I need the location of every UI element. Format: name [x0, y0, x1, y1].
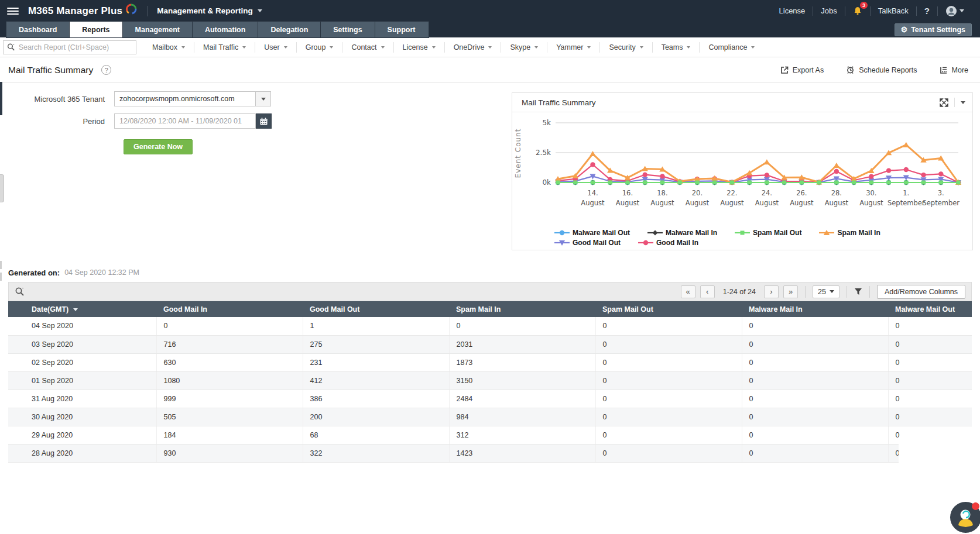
- report-help-icon[interactable]: ?: [101, 65, 111, 75]
- svg-text:22.: 22.: [727, 189, 737, 197]
- context-label: Management & Reporting: [157, 6, 253, 15]
- menu-security[interactable]: Security: [599, 42, 652, 53]
- tenant-settings-button[interactable]: ⚙ Tenant Settings: [895, 23, 972, 36]
- menu-yammer[interactable]: Yammer: [547, 42, 599, 53]
- export-as-button[interactable]: Export As: [780, 66, 824, 74]
- schedule-reports-button[interactable]: Schedule Reports: [846, 66, 917, 74]
- left-edge-tick: [0, 273, 2, 281]
- add-remove-columns-button[interactable]: Add/Remove Columns: [877, 285, 965, 299]
- pagination-last-button[interactable]: »: [783, 285, 798, 298]
- tab-delegation[interactable]: Delegation: [258, 22, 321, 37]
- menu-teams[interactable]: Teams: [652, 42, 700, 53]
- notification-badge: 3: [860, 2, 868, 9]
- menu-onedrive[interactable]: OneDrive: [444, 42, 501, 53]
- svg-text:5k: 5k: [542, 119, 551, 127]
- table-row[interactable]: 01 Sep 202010804123150000: [8, 371, 972, 390]
- period-input[interactable]: 12/08/2020 12:00 AM - 11/09/2020 01: [114, 113, 256, 129]
- pagination-prev-button[interactable]: ‹: [700, 285, 715, 298]
- caret-down-icon: [284, 46, 287, 49]
- svg-text:1.: 1.: [903, 189, 909, 197]
- pagination-first-button[interactable]: «: [681, 285, 695, 298]
- report-subnav: MailboxMail TrafficUserGroupContactLicen…: [0, 37, 980, 57]
- report-search[interactable]: [3, 40, 136, 54]
- app-title: M365 Manager Plus: [28, 5, 122, 17]
- legend-item-malware-mail-in[interactable]: Malware Mail In: [647, 229, 717, 237]
- table-row[interactable]: 29 Aug 202018468312000: [8, 426, 972, 444]
- more-button[interactable]: More: [940, 66, 968, 74]
- app-logo: M365 Manager Plus: [28, 5, 138, 17]
- logo-swoosh-icon: [124, 2, 138, 16]
- menu-user[interactable]: User: [255, 42, 296, 53]
- legend-item-good-mail-in[interactable]: Good Mail In: [638, 239, 698, 247]
- tab-automation[interactable]: Automation: [193, 22, 258, 37]
- table-body: 04 Sep 202001000003 Sep 2020716275203100…: [8, 317, 972, 462]
- caret-down-icon: [330, 46, 333, 49]
- column-header-malware-mail-out[interactable]: Malware Mail Out: [888, 301, 972, 317]
- context-switcher[interactable]: Management & Reporting: [157, 6, 262, 15]
- table-row[interactable]: 03 Sep 20207162752031000: [8, 335, 972, 353]
- help-button[interactable]: ?: [917, 6, 937, 16]
- caret-down-icon: [960, 9, 964, 12]
- svg-text:August: August: [616, 199, 640, 207]
- column-header-good-mail-out[interactable]: Good Mail Out: [303, 301, 449, 317]
- legend-item-good-mail-out[interactable]: Good Mail Out: [554, 239, 621, 247]
- column-header-spam-mail-in[interactable]: Spam Mail In: [449, 301, 595, 317]
- legend-marker-icon: [735, 229, 750, 236]
- column-header-good-mail-in[interactable]: Good Mail In: [156, 301, 303, 317]
- tab-management[interactable]: Management: [123, 22, 193, 37]
- table-row[interactable]: 04 Sep 2020010000: [8, 317, 972, 335]
- table-toolbar: « ‹ 1-24 of 24 › » 25 Add/Remove Columns: [8, 282, 972, 301]
- table-search-icon[interactable]: [15, 287, 25, 297]
- expand-icon[interactable]: [940, 98, 948, 107]
- jobs-link[interactable]: Jobs: [813, 6, 844, 15]
- tab-settings[interactable]: Settings: [321, 22, 375, 37]
- filter-icon[interactable]: [854, 288, 862, 295]
- chart-menu-caret-icon[interactable]: [961, 101, 965, 104]
- legend-marker-icon: [554, 239, 570, 246]
- calendar-button[interactable]: [256, 113, 272, 129]
- menu-mailbox[interactable]: Mailbox: [143, 42, 194, 53]
- svg-text:Event Count: Event Count: [514, 129, 522, 178]
- hamburger-icon[interactable]: [7, 8, 19, 15]
- table-row[interactable]: 30 Aug 2020505200984000: [8, 408, 972, 426]
- legend-item-malware-mail-out[interactable]: Malware Mail Out: [554, 229, 630, 237]
- notifications-button[interactable]: 3: [845, 6, 870, 16]
- page-title: Mail Traffic Summary: [8, 65, 93, 75]
- schedule-icon: [846, 66, 855, 74]
- search-input[interactable]: [19, 43, 132, 51]
- svg-text:August: August: [790, 199, 814, 207]
- menu-license[interactable]: License: [393, 42, 444, 53]
- legend-item-spam-mail-in[interactable]: Spam Mail In: [819, 229, 880, 237]
- tenant-select[interactable]: zohocorpwsmopm.onmicrosoft.com: [114, 91, 256, 106]
- tab-reports[interactable]: Reports: [70, 22, 122, 37]
- page-size-select[interactable]: 25: [813, 285, 839, 298]
- pagination-range: 1-24 of 24: [723, 288, 756, 296]
- column-header-date-gmt[interactable]: Date(GMT): [8, 301, 156, 317]
- user-menu[interactable]: [938, 5, 972, 17]
- menu-contact[interactable]: Contact: [342, 42, 393, 53]
- talkback-link[interactable]: TalkBack: [871, 6, 916, 15]
- menu-mail-traffic[interactable]: Mail Traffic: [194, 42, 255, 53]
- svg-text:2.5k: 2.5k: [536, 149, 551, 157]
- table-row[interactable]: 02 Sep 20206302311873000: [8, 353, 972, 371]
- tenant-select-arrow[interactable]: [256, 91, 271, 106]
- tab-dashboard[interactable]: Dashboard: [6, 22, 70, 37]
- menu-compliance[interactable]: Compliance: [699, 42, 763, 53]
- menu-skype[interactable]: Skype: [501, 42, 547, 53]
- chat-support-button[interactable]: [950, 502, 980, 533]
- table-row[interactable]: 31 Aug 20209993862484000: [8, 390, 972, 408]
- license-link[interactable]: License: [772, 6, 813, 15]
- generated-on-label: Generated on:: [8, 268, 60, 277]
- pagination-next-button[interactable]: ›: [764, 285, 779, 298]
- column-header-spam-mail-out[interactable]: Spam Mail Out: [595, 301, 742, 317]
- legend-item-spam-mail-out[interactable]: Spam Mail Out: [735, 229, 801, 237]
- column-header-malware-mail-in[interactable]: Malware Mail In: [742, 301, 888, 317]
- table-row[interactable]: 28 Aug 20209303221423000: [8, 444, 972, 462]
- more-label: More: [952, 66, 968, 74]
- panel-collapse-handle[interactable]: [0, 174, 4, 202]
- generate-now-button[interactable]: Generate Now: [124, 139, 193, 154]
- main-tab-bar: DashboardReportsManagementAutomationDele…: [0, 22, 980, 37]
- svg-text:18.: 18.: [657, 189, 667, 197]
- tab-support[interactable]: Support: [375, 22, 429, 37]
- menu-group[interactable]: Group: [296, 42, 342, 53]
